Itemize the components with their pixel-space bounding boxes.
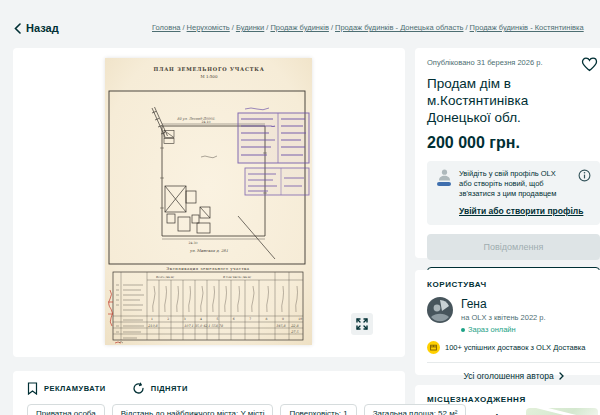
- breadcrumb-bar: Назад Головна/Нерухомість/Будинки/Продаж…: [14, 20, 600, 36]
- plan-value-4: 22,8: [291, 324, 299, 328]
- login-avatar-icon: [436, 169, 452, 199]
- plan-value-3: 345,8: [276, 324, 286, 328]
- login-prompt-box: Увійдіть у свій профіль OLX або створіть…: [427, 161, 600, 225]
- plan-street-label: ул. Минская д. 281: [189, 248, 229, 253]
- refresh-icon: [132, 382, 145, 395]
- plan-value-5: 27,5: [291, 330, 299, 334]
- plan-dim-top: 24.10: [201, 120, 210, 124]
- listing-photo-card: ПЛАН ЗЕМЕЛЬНОГО УЧАСТКА М 1:500 80 ул. Л…: [13, 48, 405, 357]
- advertise-label: РЕКЛАМУВАТИ: [44, 384, 106, 393]
- plan-table-header-total: Всего /кв.м/: [156, 275, 174, 279]
- plan-table-title: Экспликация земельного участка: [166, 266, 249, 271]
- land-plot-plan-image[interactable]: ПЛАН ЗЕМЕЛЬНОГО УЧАСТКА М 1:500 80 ул. Л…: [105, 58, 312, 345]
- breadcrumb-item-region[interactable]: Продаж будинків - Донецька область: [335, 23, 463, 32]
- fullscreen-button[interactable]: [351, 313, 373, 335]
- chip-distance: Відстань до найближчого міста: У місті: [112, 404, 274, 415]
- olx-listing-page: Назад Головна/Нерухомість/Будинки/Продаж…: [0, 0, 600, 415]
- location-map-thumbnail[interactable]: [526, 408, 598, 415]
- info-icon[interactable]: [578, 169, 591, 199]
- seller-card: КОРИСТУВАЧ Гена на OLX з квітень 2022 р.…: [415, 270, 600, 375]
- all-author-ads-link[interactable]: Усі оголошення автора: [427, 371, 600, 381]
- listing-title: Продам дім в м.Костянтинівка Донецької о…: [427, 76, 577, 127]
- boost-button[interactable]: ПІДНЯТИ: [132, 382, 188, 395]
- delivery-badge-text: 100+ успішних доставок з OLX Доставка: [445, 343, 585, 352]
- plan-title: ПЛАН ЗЕМЕЛЬНОГО УЧАСТКА: [153, 66, 264, 72]
- listing-info-card: Опубліковано 31 березня 2026 р. Продам д…: [415, 48, 600, 258]
- online-status: Зараз онлайн: [468, 325, 516, 334]
- chevron-right-icon: [559, 372, 564, 380]
- location-section-title: МІСЦЕЗНАХОДЖЕННЯ: [427, 395, 600, 404]
- chip-floors: Поверховість: 1: [280, 404, 356, 415]
- olx-logo-bar: [437, 182, 451, 186]
- seller-section-title: КОРИСТУВАЧ: [427, 280, 600, 289]
- breadcrumb: Головна/Нерухомість/Будинки/Продаж будин…: [152, 23, 584, 32]
- breadcrumb-item-houses[interactable]: Будинки: [236, 23, 264, 32]
- map-road-shape: [535, 408, 594, 415]
- seller-member-since: на OLX з квітень 2022 р.: [461, 313, 546, 322]
- chevron-left-icon: [14, 23, 21, 34]
- plan-scale: М 1:500: [201, 74, 218, 79]
- plan-dim-bottom: 24.30: [188, 241, 197, 245]
- expand-icon: [356, 318, 368, 330]
- advertise-button[interactable]: РЕКЛАМУВАТИ: [27, 382, 106, 395]
- message-button[interactable]: Повідомлення: [427, 234, 600, 260]
- plan-table-col-numbers: 1 2 3 4 5 6 7 8 9 10: [151, 317, 302, 321]
- published-date: Опубліковано 31 березня 2026 р.: [427, 58, 600, 67]
- online-dot-icon: [461, 328, 465, 332]
- divider: [427, 362, 600, 363]
- back-label: Назад: [26, 22, 59, 34]
- plan-value-1: 210,8: [148, 324, 158, 328]
- all-author-ads-label: Усі оголошення автора: [463, 371, 553, 381]
- breadcrumb-item-realty[interactable]: Нерухомість: [187, 23, 230, 32]
- breadcrumb-item-house-sale[interactable]: Продаж будинків: [270, 23, 329, 32]
- heart-icon: [581, 57, 598, 72]
- boost-label: ПІДНЯТИ: [151, 384, 188, 393]
- bookmark-icon: [27, 382, 38, 395]
- login-prompt-text: Увійдіть у свій профіль OLX або створіть…: [459, 169, 567, 199]
- breadcrumb-item-city[interactable]: Продаж будинків - Костянтинівка: [470, 23, 584, 32]
- chip-area: Загальна площа: 52 м²: [364, 404, 467, 415]
- listing-price: 200 000 грн.: [427, 134, 600, 152]
- delivery-badge-icon: [427, 341, 440, 354]
- plan-table-header-incl: В том числе /кв.м/: [223, 275, 251, 279]
- back-button[interactable]: Назад: [14, 22, 59, 34]
- breadcrumb-item-home[interactable]: Головна: [152, 23, 181, 32]
- login-or-register-link[interactable]: Увійти або створити профіль: [459, 206, 583, 216]
- plan-stamp-large: [238, 108, 309, 163]
- seller-avatar[interactable]: [427, 297, 453, 334]
- parameter-chips: Приватна особа Відстань до найближчого м…: [27, 404, 391, 415]
- listing-actions-card: РЕКЛАМУВАТИ ПІДНЯТИ Приватна особа Відст…: [13, 371, 405, 415]
- chip-seller-type: Приватна особа: [27, 404, 105, 415]
- favorite-button[interactable]: [581, 57, 598, 72]
- plan-value-2: 107,1 35,0 42,1 558,78: [184, 324, 224, 328]
- seller-name[interactable]: Гена: [461, 297, 546, 311]
- plan-stamp-small: [245, 168, 309, 195]
